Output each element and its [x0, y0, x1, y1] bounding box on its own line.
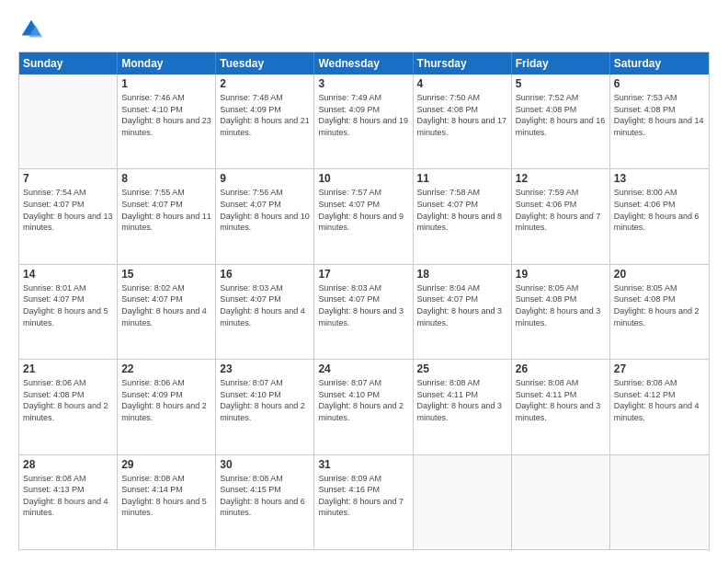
day-number: 12 [516, 172, 606, 185]
day-number: 30 [220, 458, 310, 471]
cell-info: Sunrise: 8:08 AMSunset: 4:15 PMDaylight:… [220, 473, 310, 519]
cell-info: Sunrise: 8:08 AMSunset: 4:11 PMDaylight:… [516, 377, 606, 423]
day-number: 23 [220, 362, 310, 375]
cell-info: Sunrise: 7:58 AMSunset: 4:07 PMDaylight:… [417, 187, 507, 233]
cell-info: Sunrise: 7:54 AMSunset: 4:07 PMDaylight:… [23, 187, 113, 233]
cell-info: Sunrise: 8:01 AMSunset: 4:07 PMDaylight:… [23, 282, 113, 328]
day-number: 7 [23, 172, 113, 185]
calendar-cell: 18Sunrise: 8:04 AMSunset: 4:07 PMDayligh… [414, 265, 512, 359]
calendar-cell: 20Sunrise: 8:05 AMSunset: 4:08 PMDayligh… [610, 265, 709, 359]
cell-info: Sunrise: 7:48 AMSunset: 4:09 PMDaylight:… [220, 92, 310, 138]
calendar-cell: 16Sunrise: 8:03 AMSunset: 4:07 PMDayligh… [216, 265, 314, 359]
cell-info: Sunrise: 8:05 AMSunset: 4:08 PMDaylight:… [516, 282, 606, 328]
calendar-week-2: 7Sunrise: 7:54 AMSunset: 4:07 PMDaylight… [19, 169, 709, 264]
calendar-cell: 22Sunrise: 8:06 AMSunset: 4:09 PMDayligh… [118, 360, 216, 454]
day-number: 25 [417, 362, 507, 375]
day-number: 20 [614, 268, 705, 281]
calendar-header-row: SundayMondayTuesdayWednesdayThursdayFrid… [19, 52, 709, 75]
calendar-cell: 8Sunrise: 7:55 AMSunset: 4:07 PMDaylight… [118, 169, 216, 263]
header-cell-thursday: Thursday [414, 52, 512, 75]
header-cell-tuesday: Tuesday [216, 52, 314, 75]
day-number: 16 [220, 268, 310, 281]
calendar-cell: 5Sunrise: 7:52 AMSunset: 4:08 PMDaylight… [512, 75, 610, 168]
calendar-cell: 27Sunrise: 8:08 AMSunset: 4:12 PMDayligh… [610, 360, 709, 454]
cell-info: Sunrise: 8:08 AMSunset: 4:12 PMDaylight:… [614, 377, 705, 423]
cell-info: Sunrise: 8:03 AMSunset: 4:07 PMDaylight:… [318, 282, 408, 328]
calendar-cell: 24Sunrise: 8:07 AMSunset: 4:10 PMDayligh… [314, 360, 413, 454]
day-number: 6 [614, 77, 705, 90]
calendar-cell: 17Sunrise: 8:03 AMSunset: 4:07 PMDayligh… [314, 265, 413, 359]
cell-info: Sunrise: 8:07 AMSunset: 4:10 PMDaylight:… [318, 377, 408, 423]
cell-info: Sunrise: 8:00 AMSunset: 4:06 PMDaylight:… [614, 187, 705, 233]
header-cell-saturday: Saturday [610, 52, 709, 75]
calendar-cell: 26Sunrise: 8:08 AMSunset: 4:11 PMDayligh… [512, 360, 610, 454]
calendar-cell: 25Sunrise: 8:08 AMSunset: 4:11 PMDayligh… [414, 360, 512, 454]
day-number: 26 [516, 362, 606, 375]
calendar-cell: 10Sunrise: 7:57 AMSunset: 4:07 PMDayligh… [314, 169, 413, 263]
calendar-cell: 6Sunrise: 7:53 AMSunset: 4:08 PMDaylight… [610, 75, 709, 168]
day-number: 31 [318, 458, 408, 471]
day-number: 11 [417, 172, 507, 185]
cell-info: Sunrise: 7:53 AMSunset: 4:08 PMDaylight:… [614, 92, 705, 138]
calendar-cell [610, 455, 709, 549]
calendar-cell: 23Sunrise: 8:07 AMSunset: 4:10 PMDayligh… [216, 360, 314, 454]
cell-info: Sunrise: 8:08 AMSunset: 4:13 PMDaylight:… [23, 473, 113, 519]
cell-info: Sunrise: 7:59 AMSunset: 4:06 PMDaylight:… [516, 187, 606, 233]
header-cell-monday: Monday [118, 52, 216, 75]
day-number: 15 [121, 268, 211, 281]
cell-info: Sunrise: 8:03 AMSunset: 4:07 PMDaylight:… [220, 282, 310, 328]
calendar-cell: 21Sunrise: 8:06 AMSunset: 4:08 PMDayligh… [19, 360, 118, 454]
cell-info: Sunrise: 8:08 AMSunset: 4:11 PMDaylight:… [417, 377, 507, 423]
calendar-week-1: 1Sunrise: 7:46 AMSunset: 4:10 PMDaylight… [19, 75, 709, 169]
cell-info: Sunrise: 7:50 AMSunset: 4:08 PMDaylight:… [417, 92, 507, 138]
cell-info: Sunrise: 7:52 AMSunset: 4:08 PMDaylight:… [516, 92, 606, 138]
logo-icon [18, 17, 44, 42]
calendar-cell: 9Sunrise: 7:56 AMSunset: 4:07 PMDaylight… [216, 169, 314, 263]
header-cell-friday: Friday [512, 52, 610, 75]
calendar-cell: 28Sunrise: 8:08 AMSunset: 4:13 PMDayligh… [19, 455, 118, 549]
day-number: 28 [23, 458, 113, 471]
calendar-week-4: 21Sunrise: 8:06 AMSunset: 4:08 PMDayligh… [19, 360, 709, 454]
logo [18, 17, 48, 42]
calendar-cell: 12Sunrise: 7:59 AMSunset: 4:06 PMDayligh… [512, 169, 610, 263]
calendar-cell: 31Sunrise: 8:09 AMSunset: 4:16 PMDayligh… [314, 455, 413, 549]
calendar-week-3: 14Sunrise: 8:01 AMSunset: 4:07 PMDayligh… [19, 265, 709, 360]
day-number: 14 [23, 268, 113, 281]
day-number: 9 [220, 172, 310, 185]
day-number: 3 [318, 77, 408, 90]
cell-info: Sunrise: 7:56 AMSunset: 4:07 PMDaylight:… [220, 187, 310, 233]
cell-info: Sunrise: 7:49 AMSunset: 4:09 PMDaylight:… [318, 92, 408, 138]
cell-info: Sunrise: 7:55 AMSunset: 4:07 PMDaylight:… [121, 187, 211, 233]
calendar-cell [414, 455, 512, 549]
calendar-cell: 1Sunrise: 7:46 AMSunset: 4:10 PMDaylight… [118, 75, 216, 168]
calendar-cell: 4Sunrise: 7:50 AMSunset: 4:08 PMDaylight… [414, 75, 512, 168]
day-number: 27 [614, 362, 705, 375]
calendar-cell: 3Sunrise: 7:49 AMSunset: 4:09 PMDaylight… [314, 75, 413, 168]
day-number: 10 [318, 172, 408, 185]
calendar-cell: 29Sunrise: 8:08 AMSunset: 4:14 PMDayligh… [118, 455, 216, 549]
calendar-cell: 7Sunrise: 7:54 AMSunset: 4:07 PMDaylight… [19, 169, 118, 263]
calendar-cell: 15Sunrise: 8:02 AMSunset: 4:07 PMDayligh… [118, 265, 216, 359]
calendar-cell [512, 455, 610, 549]
day-number: 18 [417, 268, 507, 281]
cell-info: Sunrise: 8:04 AMSunset: 4:07 PMDaylight:… [417, 282, 507, 328]
header-cell-wednesday: Wednesday [314, 52, 413, 75]
header [18, 17, 710, 42]
cell-info: Sunrise: 8:09 AMSunset: 4:16 PMDaylight:… [318, 473, 408, 519]
cell-info: Sunrise: 8:08 AMSunset: 4:14 PMDaylight:… [121, 473, 211, 519]
day-number: 19 [516, 268, 606, 281]
calendar-cell: 11Sunrise: 7:58 AMSunset: 4:07 PMDayligh… [414, 169, 512, 263]
cell-info: Sunrise: 7:46 AMSunset: 4:10 PMDaylight:… [121, 92, 211, 138]
cell-info: Sunrise: 8:05 AMSunset: 4:08 PMDaylight:… [614, 282, 705, 328]
cell-info: Sunrise: 8:06 AMSunset: 4:08 PMDaylight:… [23, 377, 113, 423]
day-number: 13 [614, 172, 705, 185]
day-number: 2 [220, 77, 310, 90]
cell-info: Sunrise: 7:57 AMSunset: 4:07 PMDaylight:… [318, 187, 408, 233]
day-number: 29 [121, 458, 211, 471]
day-number: 1 [121, 77, 211, 90]
cell-info: Sunrise: 8:06 AMSunset: 4:09 PMDaylight:… [121, 377, 211, 423]
calendar: SundayMondayTuesdayWednesdayThursdayFrid… [18, 52, 710, 550]
header-cell-sunday: Sunday [19, 52, 118, 75]
calendar-cell: 30Sunrise: 8:08 AMSunset: 4:15 PMDayligh… [216, 455, 314, 549]
calendar-week-5: 28Sunrise: 8:08 AMSunset: 4:13 PMDayligh… [19, 455, 709, 549]
